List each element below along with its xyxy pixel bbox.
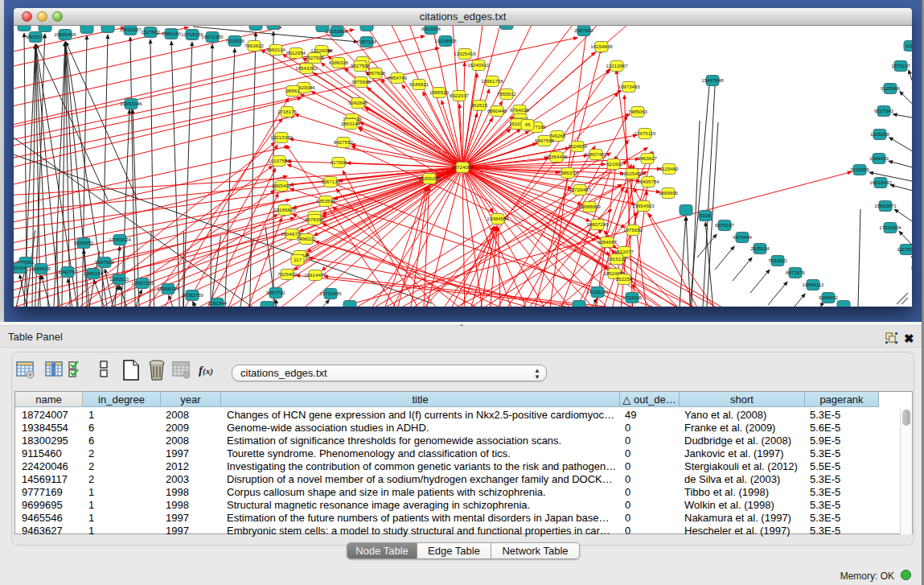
svg-text:2803144: 2803144 [341, 121, 361, 126]
svg-text:9463627: 9463627 [638, 155, 658, 161]
svg-text:7663822: 7663822 [244, 43, 265, 48]
svg-text:1342757: 1342757 [58, 269, 78, 274]
svg-text:3875685: 3875685 [351, 79, 372, 84]
svg-text:2087682: 2087682 [574, 27, 594, 33]
svg-text:8427552: 8427552 [334, 139, 354, 145]
svg-text:9146821: 9146821 [409, 81, 429, 87]
svg-text:15720407: 15720407 [569, 187, 591, 192]
svg-text:12226058: 12226058 [310, 47, 333, 53]
svg-text:252254: 252254 [616, 276, 633, 282]
svg-text:362615: 362615 [471, 102, 488, 108]
svg-text:17957223: 17957223 [131, 280, 154, 286]
svg-text:6879197: 6879197 [715, 222, 735, 228]
svg-text:45: 45 [525, 122, 531, 127]
svg-text:6794028: 6794028 [510, 107, 530, 113]
svg-text:8454749: 8454749 [388, 75, 408, 80]
svg-text:1292344: 1292344 [207, 300, 228, 306]
svg-text:1345194: 1345194 [84, 270, 104, 276]
svg-text:19218506: 19218506 [434, 38, 457, 43]
svg-text:10807487: 10807487 [585, 151, 607, 157]
svg-text:117: 117 [294, 257, 302, 262]
svg-text:3267130: 3267130 [321, 179, 341, 184]
svg-text:20691406: 20691406 [54, 31, 76, 37]
svg-text:10961758: 10961758 [481, 78, 503, 84]
svg-text:19654923: 19654923 [632, 203, 655, 208]
svg-text:9242848: 9242848 [348, 100, 368, 105]
svg-text:39154: 39154 [14, 265, 27, 270]
svg-text:16053809: 16053809 [326, 28, 348, 34]
svg-text:417006: 417006 [331, 159, 347, 165]
svg-text:18724007: 18724007 [451, 164, 474, 170]
svg-text:16782759: 16782759 [181, 292, 203, 298]
svg-text:8990448: 8990448 [487, 108, 507, 113]
svg-text:9660124: 9660124 [266, 47, 286, 52]
svg-text:9245652: 9245652 [819, 295, 839, 300]
svg-text:2718176: 2718176 [277, 109, 298, 114]
svg-text:3215955: 3215955 [850, 167, 870, 172]
svg-text:17359924: 17359924 [109, 237, 131, 242]
svg-text:1209358: 1209358 [870, 131, 890, 137]
svg-text:10688609: 10688609 [578, 204, 601, 209]
svg-text:16495754: 16495754 [637, 179, 659, 184]
svg-text:17016504: 17016504 [879, 225, 901, 230]
svg-text:16240910: 16240910 [467, 62, 490, 68]
svg-text:1156829: 1156829 [31, 266, 51, 271]
svg-text:20364436: 20364436 [545, 154, 568, 159]
svg-text:16210643: 16210643 [869, 179, 892, 185]
svg-text:1353594: 1353594 [316, 198, 336, 204]
svg-text:15716485: 15716485 [319, 290, 342, 296]
svg-text:1290513: 1290513 [109, 276, 129, 282]
svg-text:1167533: 1167533 [897, 246, 912, 252]
svg-text:10654112: 10654112 [802, 282, 824, 287]
svg-text:7485063: 7485063 [628, 109, 648, 114]
svg-text:10653287: 10653287 [119, 27, 142, 32]
svg-text:7515526: 7515526 [225, 38, 245, 43]
svg-text:9129966: 9129966 [881, 85, 901, 91]
svg-text:3498222: 3498222 [297, 236, 317, 241]
svg-text:9527508: 9527508 [351, 63, 371, 68]
svg-text:3624554: 3624554 [568, 143, 588, 149]
svg-text:7386372: 7386372 [558, 170, 578, 175]
svg-text:9084067: 9084067 [598, 239, 618, 245]
svg-text:10107553: 10107553 [268, 158, 290, 163]
svg-text:16671355: 16671355 [201, 34, 224, 39]
svg-text:2020653: 2020653 [74, 240, 94, 245]
svg-text:13325419: 13325419 [454, 51, 476, 56]
svg-text:62160: 62160 [606, 161, 621, 167]
svg-text:9857791: 9857791 [266, 290, 286, 295]
svg-text:10719155: 10719155 [181, 31, 203, 37]
svg-text:8322037: 8322037 [450, 93, 470, 98]
svg-text:1733426: 1733426 [622, 295, 643, 300]
svg-text:8471676: 8471676 [786, 270, 806, 275]
svg-text:9227343: 9227343 [874, 108, 894, 113]
svg-text:1965492: 1965492 [272, 183, 292, 188]
svg-text:9997588: 9997588 [95, 259, 115, 265]
svg-text:19166825: 19166825 [273, 207, 296, 212]
svg-text:20053346: 20053346 [120, 101, 142, 106]
svg-text:2867608: 2867608 [366, 70, 386, 76]
svg-text:7625402: 7625402 [277, 271, 298, 277]
svg-text:1527602: 1527602 [141, 29, 161, 35]
svg-text:5938: 5938 [700, 212, 711, 218]
svg-text:14136141: 14136141 [586, 289, 609, 295]
svg-text:6466160: 6466160 [162, 31, 182, 36]
svg-text:19384554: 19384554 [487, 216, 509, 221]
svg-text:1117: 1117 [906, 43, 912, 48]
svg-text:1244419: 1244419 [869, 155, 889, 161]
svg-text:10973493: 10973493 [618, 84, 640, 89]
svg-text:9115460: 9115460 [659, 166, 679, 171]
svg-text:12975115: 12975115 [634, 130, 656, 136]
svg-text:12213967: 12213967 [606, 63, 628, 68]
svg-text:7955812: 7955812 [497, 91, 517, 97]
svg-text:16543362: 16543362 [295, 65, 318, 71]
svg-text:10025453: 10025453 [621, 171, 643, 176]
svg-text:1575107: 1575107 [891, 63, 911, 68]
svg-text:7357224: 7357224 [357, 39, 377, 44]
svg-text:1975692: 1975692 [623, 227, 643, 233]
svg-text:15487848: 15487848 [701, 77, 724, 83]
svg-text:98961: 98961 [285, 88, 300, 93]
svg-text:18807249: 18807249 [586, 221, 609, 227]
svg-text:2935114: 2935114 [750, 245, 770, 251]
svg-text:9405571: 9405571 [26, 34, 46, 39]
svg-text:15692871: 15692871 [874, 203, 897, 208]
